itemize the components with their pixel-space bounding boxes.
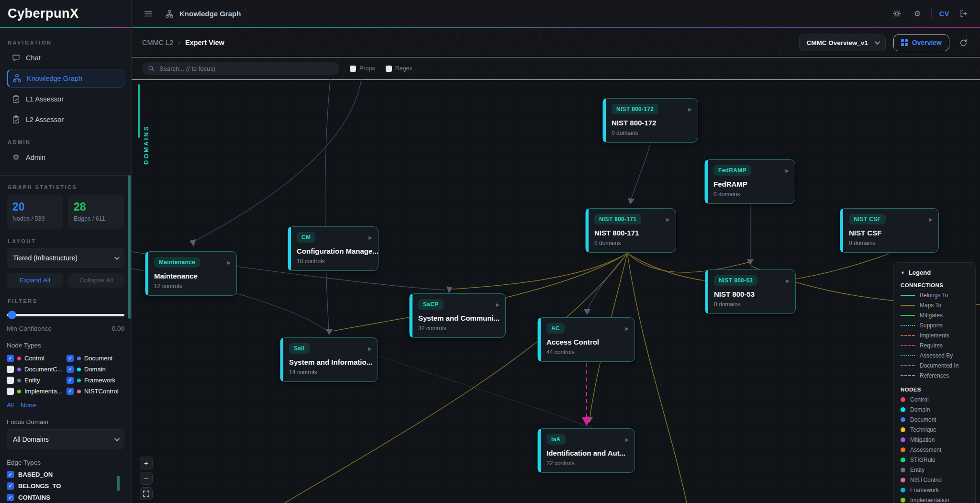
graph-node-nist-800-171[interactable]: NIST 800-171▶ NIST 800-171 0 domains [585,208,676,253]
chevron-down-icon [114,436,120,441]
node-type-checkbox[interactable]: ✓ [67,377,74,384]
graph-node-nist-800-172[interactable]: NIST 800-172▶ NIST 800-172 0 domains [602,98,698,143]
sidebar-item-l2-assessor[interactable]: L2 Assessor [7,110,124,129]
props-checkbox-row: Props [350,65,375,72]
node-type-color-dot [17,379,21,382]
view-version-select[interactable]: CMMC Overview_v1 [799,34,885,51]
legend-header[interactable]: ▼ Legend [901,269,969,276]
zoom-out-button[interactable]: − [140,472,153,485]
node-type-checkbox[interactable] [7,388,14,395]
legend-node-color-dot [901,407,905,412]
zoom-in-button[interactable]: + [140,457,153,469]
fit-view-button[interactable] [140,487,153,500]
node-type-checkbox[interactable] [7,366,14,373]
graph-node-sacp[interactable]: SaCP▶ System and Communi... 32 controls [409,293,506,338]
node-type-checkbox[interactable]: ✓ [67,388,74,395]
node-type-checkbox[interactable]: ✓ [67,366,74,373]
legend-line-swatch [901,295,915,296]
expand-play-icon[interactable]: ▶ [496,302,500,307]
settings-gear-icon[interactable]: ⚙ [911,8,924,20]
expand-play-icon[interactable]: ▶ [929,217,933,222]
brand-logo: CyberpunX [8,6,79,21]
node-badge: NIST 800-53 [714,275,757,286]
theme-toggle-icon[interactable] [891,8,903,20]
toolbar: CMMC L2 › Expert View CMMC Overview_v1 O… [132,28,980,79]
user-avatar[interactable]: CV [939,10,949,18]
graph-node-cm[interactable]: CM▶ Configuration Manage... 18 controls [288,226,379,271]
legend-title-label: Legend [909,269,931,276]
graph-canvas[interactable]: DOMAINS NIST 800-172▶ NIST 800-172 0 dom… [132,79,980,503]
sidebar-scrollbar[interactable] [128,175,131,319]
edge-type-label: CONTAINS [18,494,50,501]
zoom-controls: + − [140,457,153,500]
legend-node-label: NISTControl [910,477,942,483]
legend-connections-label: CONNECTIONS [901,282,969,288]
collapse-all-button[interactable]: Collapse All [68,273,124,288]
node-badge: IaA [546,434,566,445]
regex-checkbox[interactable] [386,66,392,72]
graph-node-maintenance[interactable]: Maintenance▶ Maintenance 12 controls [145,251,237,296]
edge-types-scrollbar[interactable] [117,476,120,491]
node-title: NIST 800-172 [612,119,692,127]
sidebar-item-admin[interactable]: ⚙ Admin [7,148,124,167]
node-badge: SaIl [289,343,310,354]
graph-node-sail[interactable]: SaIl▶ System and Informatio... 14 contro… [280,337,378,382]
node-type-label: Framework [84,377,115,384]
logout-icon[interactable] [957,8,969,20]
node-type-color-dot [17,390,21,393]
hamburger-menu-icon[interactable] [142,8,155,20]
slider-thumb[interactable] [8,311,16,319]
breadcrumb-parent[interactable]: CMMC L2 [142,39,173,46]
focus-domain-select[interactable]: All Domains [7,429,124,449]
graph-node-nist-800-53[interactable]: NIST 800-53▶ NIST 800-53 0 domains [705,269,796,314]
expand-play-icon[interactable]: ▶ [368,346,372,351]
select-none-link[interactable]: None [21,402,36,409]
legend-connection-label: Supports [920,322,943,329]
sidebar-item-l1-assessor[interactable]: L1 Assessor [7,89,124,108]
graph-node-nist-csf[interactable]: NIST CSF▶ NIST CSF 0 domains [840,208,939,253]
expand-play-icon[interactable]: ▶ [666,217,670,222]
expand-play-icon[interactable]: ▶ [368,235,372,240]
legend-node-color-dot [901,417,905,422]
min-confidence-slider[interactable] [7,311,124,319]
legend-node-color-dot [901,498,905,503]
node-type-checkbox[interactable] [7,377,14,384]
nodes-stat-card: 20 Nodes / 539 [7,195,63,229]
legend-node-color-dot [901,427,905,432]
node-type-row: DocumentC... [7,366,65,373]
expand-play-icon[interactable]: ▶ [625,437,629,442]
sidebar-divider [0,175,131,176]
graph-node-iaa[interactable]: IaA▶ Identification and Aut... 22 contro… [537,428,635,473]
legend-connection-label: Maps To [920,302,941,309]
sidebar-item-knowledge-graph[interactable]: Knowledge Graph [7,69,124,88]
edge-type-row: ✓CONTAINS [7,494,124,501]
expand-all-button[interactable]: Expand All [7,273,63,288]
node-type-color-dot [77,368,81,371]
expand-play-icon[interactable]: ▶ [785,168,789,173]
legend-node-item: Entity [901,467,969,473]
legend-node-color-dot [901,437,905,442]
overview-button[interactable]: Overview [893,34,949,51]
props-checkbox[interactable] [350,66,356,72]
edge-type-checkbox[interactable]: ✓ [7,482,14,490]
graph-node-ac[interactable]: AC▶ Access Control 44 controls [537,317,635,362]
expand-play-icon[interactable]: ▶ [786,278,790,283]
legend-nodes-list: ControlDomainDocumentTechniqueMitigation… [901,396,969,503]
edge-type-checkbox[interactable]: ✓ [7,471,14,478]
edge-type-checkbox[interactable]: ✓ [7,494,14,501]
layout-select[interactable]: Tiered (Infrastructure) [7,248,124,268]
graph-node-fedramp[interactable]: FedRAMP▶ FedRAMP 0 domains [704,159,795,204]
gear-icon: ⚙ [12,153,20,161]
legend-node-label: STIGRule [910,457,935,463]
refresh-icon[interactable] [957,36,969,49]
clipboard-check-icon [12,115,20,123]
expand-play-icon[interactable]: ▶ [227,260,231,265]
expand-play-icon[interactable]: ▶ [688,107,692,112]
expand-play-icon[interactable]: ▶ [625,326,629,331]
sidebar-item-chat[interactable]: Chat [7,48,124,67]
select-all-link[interactable]: All [7,402,14,409]
node-type-checkbox[interactable]: ✓ [7,355,14,362]
search-input[interactable] [159,65,334,72]
node-type-checkbox[interactable]: ✓ [67,355,74,362]
edge-type-label: BASED_ON [18,471,53,478]
